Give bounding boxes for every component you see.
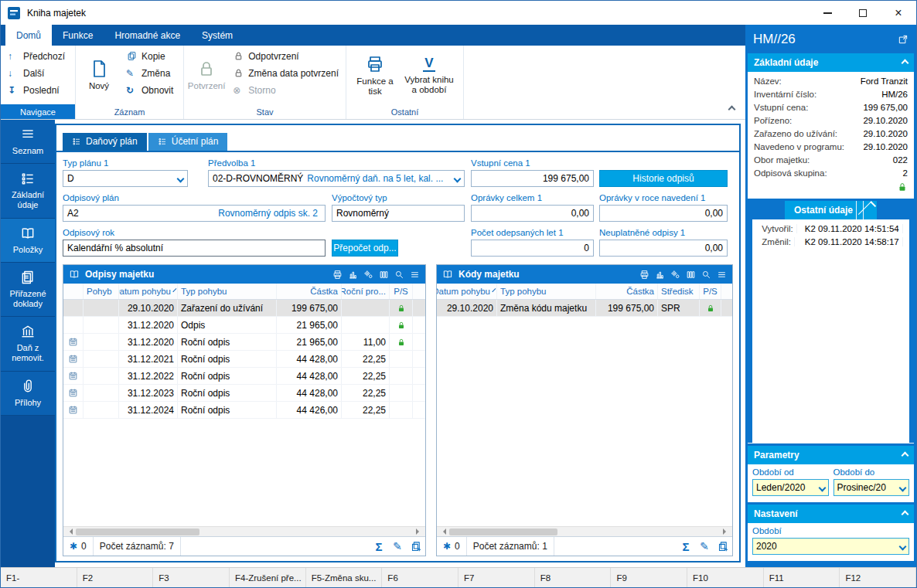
storno-button[interactable]: ⊗ Storno <box>229 82 343 98</box>
fkey-f9[interactable]: F9 <box>611 568 687 587</box>
search-settings-icon[interactable] <box>701 270 711 280</box>
fkey-f12[interactable]: F12 <box>840 568 916 587</box>
column-header[interactable]: Částka <box>596 284 658 299</box>
scroll-right-icon[interactable] <box>416 529 422 535</box>
prepocet-button[interactable]: Přepočet odp... <box>332 240 398 257</box>
columns-icon[interactable] <box>379 270 389 280</box>
odpisovy-rok-field[interactable]: Kalendářní % absolutní <box>63 240 326 257</box>
sidebar-item-prilohy[interactable]: Přílohy <box>1 372 55 416</box>
opravky-v-roce-field[interactable]: 0,00 <box>599 205 728 222</box>
copy-add-icon[interactable] <box>407 541 425 552</box>
odpisovy-plan-field[interactable]: A2 Rovnoměrný odpis sk. 2 <box>63 205 326 222</box>
column-header[interactable]: Částka <box>277 284 342 299</box>
vstupni-cena-field[interactable]: 199 675,00 <box>471 170 594 187</box>
column-header[interactable]: Roční pro... <box>342 284 390 299</box>
edit-icon[interactable]: ✎ <box>388 540 407 552</box>
table-row[interactable]: 31.12.2020 Roční odpis 21 965,00 11,00 <box>63 334 425 351</box>
fkey-f3[interactable]: F3 <box>153 568 230 587</box>
chart-icon[interactable] <box>655 270 665 280</box>
pocet-odepsanych-let-field[interactable]: 0 <box>471 240 594 257</box>
new-button[interactable]: Nový <box>79 48 119 104</box>
vypoctovy-typ-field[interactable]: Rovnoměrný <box>332 205 465 222</box>
fkey-f1[interactable]: F1- <box>1 568 77 587</box>
fkey-f8[interactable]: F8 <box>535 568 612 587</box>
tab-funkce[interactable]: Funkce <box>52 25 104 46</box>
select-book-period-button[interactable]: V Vybrat knihu a období <box>404 48 455 104</box>
section-header-zakladni-udaje[interactable]: Základní údaje <box>748 53 914 72</box>
section-header-ostatni-udaje[interactable]: Ostatní údaje <box>785 201 877 219</box>
copy-add-icon[interactable] <box>714 541 732 552</box>
fkey-f10[interactable]: F10 <box>687 568 764 587</box>
tab-domu[interactable]: Domů <box>5 25 52 46</box>
column-header[interactable]: Středisk <box>658 284 700 299</box>
fkey-f2[interactable]: F2 <box>77 568 154 587</box>
print-icon[interactable] <box>332 270 343 280</box>
table-row[interactable]: 29.10.2020 Změna kódu majetku 199 675,00… <box>437 300 732 317</box>
tab-ucetni-plan[interactable]: Účetní plán <box>148 133 228 151</box>
menu-icon[interactable] <box>717 270 727 280</box>
column-header[interactable]: P/S <box>700 284 721 299</box>
tab-hromadne-akce[interactable]: Hromadné akce <box>104 25 191 46</box>
sidebar-item-seznam[interactable]: Seznam <box>1 120 55 164</box>
confirm-button[interactable]: Potvrzení <box>187 48 226 104</box>
sidebar-item-polozky[interactable]: Položky <box>1 219 55 263</box>
columns-icon[interactable] <box>686 270 696 280</box>
sum-icon[interactable]: Σ <box>370 540 388 553</box>
scrollbar-thumb[interactable] <box>76 529 199 535</box>
obdobi-do-select[interactable]: Prosinec/20 <box>833 479 910 496</box>
tab-system[interactable]: Systém <box>191 25 244 46</box>
functions-print-button[interactable]: Funkce a tisk <box>349 48 401 104</box>
maximize-button[interactable] <box>845 1 881 25</box>
table-row[interactable]: 31.12.2024 Roční odpis 44 426,00 22,25 <box>63 402 425 419</box>
obdobi-od-select[interactable]: Leden/2020 <box>752 479 829 496</box>
menu-icon[interactable] <box>410 270 420 280</box>
frozen-rows-indicator[interactable]: ✱ 0 <box>437 537 467 556</box>
column-header[interactable]: P/S <box>390 284 413 299</box>
section-header-parametry[interactable]: Parametry <box>748 446 914 464</box>
open-in-window-icon[interactable] <box>898 34 908 45</box>
close-button[interactable]: × <box>881 1 916 25</box>
frozen-rows-indicator[interactable]: ✱ 0 <box>63 537 94 556</box>
column-header[interactable]: Datum pohybu <box>119 284 178 299</box>
table-row[interactable]: 31.12.2020 Odpis 21 965,00 <box>63 317 425 334</box>
minimize-button[interactable] <box>810 1 845 25</box>
column-header[interactable]: Pohyb <box>84 284 119 299</box>
tab-danovy-plan[interactable]: Daňový plán <box>63 133 147 151</box>
fkey-f11[interactable]: F11 <box>764 568 840 587</box>
horizontal-scrollbar[interactable] <box>437 526 732 536</box>
section-header-nastaveni[interactable]: Nastavení <box>748 505 914 523</box>
scroll-right-icon[interactable] <box>723 529 729 535</box>
column-header[interactable]: Typ pohybu <box>178 284 277 299</box>
table-row[interactable]: 31.12.2022 Roční odpis 44 428,00 22,25 <box>63 368 425 385</box>
fkey-f5[interactable]: F5-Změna sku... <box>306 568 383 587</box>
edit-button[interactable]: ✎ Změna <box>122 65 177 81</box>
typ-planu-select[interactable]: D <box>63 170 188 187</box>
horizontal-scrollbar[interactable] <box>63 526 425 536</box>
gears-icon[interactable] <box>363 270 373 280</box>
next-button[interactable]: ↓ Další <box>4 65 72 81</box>
last-button[interactable]: ↧ Poslední <box>4 82 72 98</box>
obdobi-select[interactable]: 2020 <box>752 538 909 555</box>
column-header[interactable]: Datum pohybu <box>437 284 497 299</box>
fkey-f4[interactable]: F4-Zrušení pře... <box>230 568 306 587</box>
sidebar-item-zakladni-udaje[interactable]: Základní údaje <box>1 164 55 218</box>
print-icon[interactable] <box>639 270 649 280</box>
copy-button[interactable]: Kopie <box>122 48 177 64</box>
fkey-f6[interactable]: F6 <box>382 568 458 587</box>
edit-icon[interactable]: ✎ <box>695 540 714 552</box>
sidebar-item-prirazene-doklady[interactable]: Přiřazené doklady <box>1 263 55 317</box>
scrollbar-thumb[interactable] <box>449 529 557 535</box>
search-settings-icon[interactable] <box>394 270 404 280</box>
neuplatnene-odpisy-field[interactable]: 0,00 <box>599 240 728 257</box>
previous-button[interactable]: ↑ Předchozí <box>4 48 72 64</box>
change-confirm-date-button[interactable]: Změna data potvrzení <box>229 65 343 81</box>
scroll-left-icon[interactable] <box>440 529 446 535</box>
ribbon-collapse-button[interactable] <box>729 104 735 114</box>
table-row[interactable]: 31.12.2021 Roční odpis 44 428,00 22,25 <box>63 351 425 368</box>
gears-icon[interactable] <box>670 270 680 280</box>
refresh-button[interactable]: ↻ Obnovit <box>122 82 177 98</box>
unconfirm-button[interactable]: Odpotvrzení <box>229 48 343 64</box>
scroll-left-icon[interactable] <box>66 529 73 535</box>
predvolba-select[interactable]: 02-D-ROVNOMĚRNÝ Rovnoměrný daň. na 5 let… <box>208 170 465 187</box>
historie-odpisu-button[interactable]: Historie odpisů <box>599 170 728 187</box>
